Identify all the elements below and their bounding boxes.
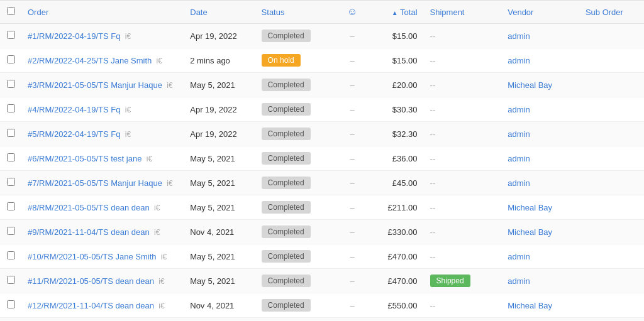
- vendor-link[interactable]: admin: [508, 56, 530, 65]
- vendor-cell: admin: [501, 244, 579, 269]
- order-edit-icon[interactable]: i€: [144, 155, 152, 163]
- vendor-link[interactable]: admin: [508, 154, 530, 163]
- row-checkbox[interactable]: [7, 251, 15, 259]
- order-link[interactable]: #5/RM/2022-04-19/TS Fq: [28, 129, 120, 139]
- total-cell: $30.30: [365, 97, 424, 122]
- vendor-link[interactable]: admin: [508, 129, 530, 139]
- shipment-badge: Shipped: [430, 275, 470, 287]
- total-col-header[interactable]: ▲ Total: [365, 1, 424, 24]
- date-col-header[interactable]: Date: [184, 1, 255, 24]
- row-checkbox[interactable]: [7, 80, 15, 88]
- order-edit-icon[interactable]: i€: [123, 32, 131, 41]
- shipment-cell: --: [424, 293, 502, 318]
- date-cell: May 5, 2021: [184, 269, 255, 293]
- table-row: #13/RM/2021-11-05/TS dean dean i€Nov 5, …: [0, 318, 644, 322]
- row-checkbox-cell: [0, 195, 21, 220]
- order-edit-icon[interactable]: i€: [165, 81, 173, 90]
- order-edit-icon[interactable]: i€: [154, 57, 162, 65]
- shipment-cell: --: [424, 146, 502, 171]
- vendor-link[interactable]: admin: [508, 252, 530, 261]
- row-checkbox[interactable]: [7, 178, 15, 186]
- shipment-cell: --: [424, 73, 502, 97]
- order-edit-icon[interactable]: i€: [123, 130, 131, 139]
- row-checkbox[interactable]: [7, 227, 15, 235]
- order-link[interactable]: #10/RM/2021-05-05/TS Jane Smith: [28, 252, 157, 261]
- order-edit-icon[interactable]: i€: [152, 228, 160, 237]
- row-checkbox[interactable]: [7, 104, 15, 112]
- vendor-cell: Micheal Bay: [501, 318, 579, 322]
- order-cell: #9/RM/2021-11-04/TS dean dean i€: [21, 220, 184, 244]
- date-cell: Nov 4, 2021: [184, 220, 255, 244]
- order-cell: #1/RM/2022-04-19/TS Fq i€: [21, 24, 184, 48]
- shipment-cell: --: [424, 244, 502, 269]
- suborder-cell: [579, 73, 644, 97]
- order-cell: #8/RM/2021-05-05/TS dean dean i€: [21, 195, 184, 220]
- status-cell: Completed: [255, 171, 340, 195]
- order-link[interactable]: #12/RM/2021-11-04/TS dean dean: [28, 301, 154, 310]
- suborder-col-header: Sub Order: [579, 1, 644, 24]
- table-row: #3/RM/2021-05-05/TS Manjur Haque i€May 5…: [0, 73, 644, 97]
- dash-icon: –: [350, 276, 355, 286]
- vendor-cell: admin: [501, 122, 579, 146]
- table-row: #1/RM/2022-04-19/TS Fq i€Apr 19, 2022Com…: [0, 24, 644, 48]
- shipment-cell: --: [424, 97, 502, 122]
- suborder-cell: [579, 146, 644, 171]
- order-link[interactable]: #9/RM/2021-11-04/TS dean dean: [28, 227, 150, 237]
- vendor-cell: Micheal Bay: [501, 220, 579, 244]
- row-checkbox[interactable]: [7, 55, 15, 63]
- order-link[interactable]: #2/RM/2022-04-25/TS Jane Smith: [28, 56, 152, 65]
- vendor-link[interactable]: Micheal Bay: [508, 203, 552, 212]
- vendor-link[interactable]: admin: [508, 31, 530, 41]
- total-cell: £470.00: [365, 244, 424, 269]
- suborder-cell: [579, 269, 644, 293]
- vendor-link[interactable]: Micheal Bay: [508, 80, 552, 90]
- row-checkbox[interactable]: [7, 31, 15, 39]
- table-row: #7/RM/2021-05-05/TS Manjur Haque i€May 5…: [0, 171, 644, 195]
- row-checkbox[interactable]: [7, 300, 15, 308]
- total-cell: £550.00: [365, 293, 424, 318]
- order-edit-icon[interactable]: i€: [159, 253, 167, 261]
- status-cell: Completed: [255, 73, 340, 97]
- order-col-header[interactable]: Order: [21, 1, 184, 24]
- row-checkbox-cell: [0, 269, 21, 293]
- vendor-link[interactable]: admin: [508, 105, 530, 114]
- order-link[interactable]: #3/RM/2021-05-05/TS Manjur Haque: [28, 80, 162, 90]
- suborder-cell: [579, 195, 644, 220]
- smiley-cell: –: [340, 195, 365, 220]
- vendor-link[interactable]: admin: [508, 178, 530, 188]
- row-checkbox[interactable]: [7, 153, 15, 161]
- select-all-checkbox[interactable]: [7, 7, 15, 15]
- shipment-cell: --: [424, 318, 502, 322]
- order-edit-icon[interactable]: i€: [165, 179, 173, 188]
- order-link[interactable]: #11/RM/2021-05-05/TS dean dean: [28, 276, 154, 286]
- row-checkbox[interactable]: [7, 276, 15, 284]
- total-cell: £1,100.00: [365, 318, 424, 322]
- date-cell: May 5, 2021: [184, 195, 255, 220]
- order-edit-icon[interactable]: i€: [123, 106, 131, 114]
- order-link[interactable]: #7/RM/2021-05-05/TS Manjur Haque: [28, 178, 162, 188]
- order-link[interactable]: #1/RM/2022-04-19/TS Fq: [28, 31, 120, 41]
- order-link[interactable]: #4/RM/2022-04-19/TS Fq: [28, 105, 120, 114]
- suborder-cell: [579, 48, 644, 73]
- dash-icon: –: [350, 252, 355, 261]
- smiley-cell: –: [340, 269, 365, 293]
- date-cell: Apr 19, 2022: [184, 24, 255, 48]
- order-cell: #13/RM/2021-11-05/TS dean dean i€: [21, 318, 184, 322]
- order-edit-icon[interactable]: i€: [157, 277, 165, 286]
- vendor-link[interactable]: Micheal Bay: [508, 227, 552, 237]
- vendor-cell: Micheal Bay: [501, 73, 579, 97]
- order-edit-icon[interactable]: i€: [157, 302, 165, 310]
- vendor-link[interactable]: Micheal Bay: [508, 301, 552, 310]
- shipment-dash: --: [430, 154, 436, 163]
- order-cell: #5/RM/2022-04-19/TS Fq i€: [21, 122, 184, 146]
- smiley-cell: –: [340, 171, 365, 195]
- order-link[interactable]: #8/RM/2021-05-05/TS dean dean: [28, 203, 150, 212]
- order-edit-icon[interactable]: i€: [152, 204, 160, 212]
- status-badge: Completed: [262, 152, 311, 165]
- status-cell: Completed: [255, 318, 340, 322]
- order-cell: #12/RM/2021-11-04/TS dean dean i€: [21, 293, 184, 318]
- order-link[interactable]: #6/RM/2021-05-05/TS test jane: [28, 154, 142, 163]
- vendor-link[interactable]: admin: [508, 276, 530, 286]
- row-checkbox[interactable]: [7, 129, 15, 137]
- row-checkbox[interactable]: [7, 202, 15, 210]
